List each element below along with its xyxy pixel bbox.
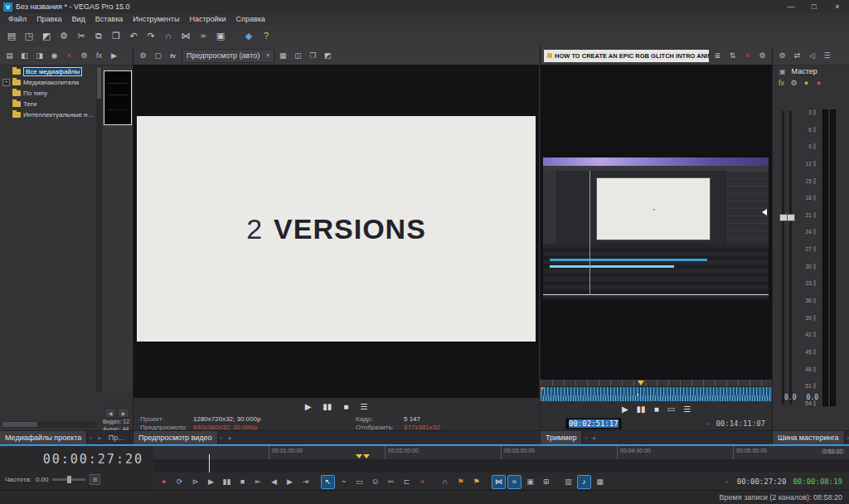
preview-menu-button[interactable]: ☰ [360, 402, 367, 411]
remove-media-icon[interactable]: × [63, 50, 75, 62]
save-frame-icon[interactable]: ◩ [322, 50, 334, 62]
pin-icon[interactable]: ▫ [582, 431, 589, 444]
selection-time[interactable]: 00:00:27:20 [737, 477, 787, 486]
stop-button[interactable]: ■ [235, 475, 250, 489]
normal-edit-tool-button[interactable]: ↖ [321, 475, 335, 489]
master-automation-icon[interactable]: ⚙ [789, 79, 798, 88]
tree-item-smart-bins[interactable]: Интеллектуальные нако [0, 109, 96, 120]
insert-marker-button[interactable]: ⚑ [454, 475, 468, 489]
previous-frame-button[interactable]: ◀ [267, 475, 281, 489]
tree-item-all-media[interactable]: Все медиафайлы [0, 66, 96, 77]
timeline-track-area[interactable] [153, 459, 849, 472]
tab-explorer[interactable]: Пр... [104, 431, 130, 444]
loop-region-start-marker[interactable] [356, 454, 362, 458]
tab-video-preview[interactable]: Предпросмотр видео [133, 431, 218, 444]
snapping-button[interactable]: ∩ [438, 475, 452, 489]
menu-item[interactable]: Файл [3, 15, 32, 23]
ruler-end-marker[interactable]: 0:53:10 [820, 448, 846, 455]
new-project-icon[interactable]: ▤ [4, 28, 19, 43]
video-output-fx-icon[interactable]: fx [167, 50, 179, 62]
auto-crossfade-icon[interactable]: ⋈ [178, 28, 193, 43]
preview-pause-button[interactable]: ▮▮ [323, 402, 332, 411]
envelope-edit-tool-button[interactable]: ~ [337, 475, 351, 489]
metronome-button[interactable]: ♪ [577, 475, 591, 489]
trimmer-end-time[interactable]: 00:14:11:07 [716, 419, 765, 428]
tab-trimmer[interactable]: Триммер [541, 431, 582, 444]
auto-crossfade-button[interactable]: ⋈ [492, 475, 506, 489]
transport-button[interactable] [431, 476, 436, 488]
pin-icon[interactable]: ▫ [845, 431, 849, 444]
pin-icon[interactable]: ▫ [723, 478, 730, 486]
split-tool-button[interactable]: ✂ [384, 475, 398, 489]
preview-stop-button[interactable]: ■ [343, 402, 348, 411]
delete-button[interactable]: × [415, 475, 429, 489]
record-button[interactable]: ● [157, 475, 171, 489]
trimmer-timeline[interactable] [541, 380, 772, 401]
preview-play-button[interactable]: ▶ [305, 402, 312, 411]
transport-button[interactable] [555, 476, 560, 488]
interactive-tutorials-icon[interactable]: ◆ [241, 28, 256, 43]
play-from-start-button[interactable]: ⊳ [188, 475, 202, 489]
rate-reset-button[interactable]: ⊞ [90, 474, 100, 485]
trimmer-remove-icon[interactable]: × [741, 50, 754, 62]
media-fx-icon[interactable]: fx [93, 50, 105, 62]
preview-quality-dropdown[interactable]: Предпросмотр (авто) ▾ [182, 49, 274, 63]
copy-icon[interactable]: ⧉ [91, 28, 106, 43]
trimmer-pause-button[interactable]: ▮▮ [637, 405, 646, 414]
tree-item-tags[interactable]: Теги [0, 99, 96, 109]
trim-tool-button[interactable]: ⊏ [400, 475, 414, 489]
zoom-edit-tool-button[interactable]: ⊙ [368, 475, 382, 489]
close-button[interactable]: × [826, 0, 849, 13]
trimmer-ruler[interactable] [541, 380, 772, 387]
video-preview-button[interactable]: ▦ [593, 475, 607, 489]
media-horizontal-scrollbar[interactable] [2, 421, 96, 428]
overlays-icon[interactable]: ▦ [277, 50, 289, 62]
ignore-grouping-button[interactable]: ⊞ [539, 475, 553, 489]
transport-button[interactable] [485, 476, 490, 488]
mixer-preview-button[interactable]: ▥ [561, 475, 575, 489]
loop-playback-button[interactable]: ⟳ [172, 475, 187, 489]
master-layout-icon[interactable]: ☰ [821, 50, 833, 62]
timeline-ruler[interactable]: 00:01:00:0000:02:00:0000:03:00:0000:04:0… [153, 446, 849, 460]
auto-ripple-icon[interactable]: ≈ [196, 28, 211, 43]
trimmer-stop-button[interactable]: ■ [654, 405, 659, 414]
trimmer-sort-icon[interactable]: ⇅ [726, 50, 739, 62]
master-fx-icon[interactable]: fx [777, 79, 786, 88]
toolbar-icon[interactable] [230, 28, 239, 43]
timeline-current-time[interactable]: 00:00:27:20 [43, 452, 143, 467]
menu-item[interactable]: Правка [32, 15, 66, 23]
trimmer-waveform-top[interactable] [541, 387, 772, 395]
tree-item-by-type[interactable]: По типу [0, 88, 96, 99]
trimmer-cursor-marker[interactable] [638, 380, 644, 385]
snapping-icon[interactable]: ∩ [161, 28, 176, 43]
close-icon[interactable]: × [589, 431, 599, 444]
media-tree-scrollbar[interactable] [96, 66, 102, 391]
redo-icon[interactable]: ↷ [143, 28, 158, 43]
master-settings-icon[interactable]: ⚙ [776, 50, 788, 62]
extract-audio-icon[interactable]: ◉ [48, 50, 61, 62]
master-solo-icon[interactable]: ● [814, 79, 823, 88]
paste-icon[interactable]: ❐ [109, 28, 124, 43]
trimmer-play-button[interactable]: ▶ [622, 405, 628, 414]
minimize-button[interactable]: — [779, 0, 803, 13]
master-downmix-icon[interactable]: ⇄ [791, 50, 803, 62]
menu-item[interactable]: Справка [231, 15, 270, 23]
fader-handle-right[interactable] [787, 214, 795, 221]
pause-button[interactable]: ▮▮ [220, 475, 234, 489]
play-button[interactable]: ▶ [204, 475, 218, 489]
auto-ripple-button[interactable]: ≈ [507, 475, 522, 489]
project-properties-icon[interactable]: ⚙ [56, 28, 71, 43]
selection-edit-tool-button[interactable]: ▭ [352, 475, 366, 489]
get-photo-icon[interactable]: ◨ [33, 50, 46, 62]
rate-slider[interactable] [52, 478, 85, 481]
trimmer-media-dropdown[interactable]: HOW TO CREATE AN EPIC RGB GLITCH INTRO A… [544, 50, 709, 62]
maximize-button[interactable]: □ [803, 0, 826, 13]
close-icon[interactable]: × [95, 431, 104, 444]
undo-icon[interactable]: ↶ [126, 28, 141, 43]
go-to-start-button[interactable]: ⇤ [251, 475, 265, 489]
menu-item[interactable]: Вид [67, 15, 90, 23]
cut-icon[interactable]: ✂ [74, 28, 89, 43]
tab-project-media[interactable]: Медиафайлы проекта [0, 431, 87, 444]
media-properties-icon[interactable]: ⚙ [78, 50, 90, 62]
next-frame-button[interactable]: ▶ [283, 475, 297, 489]
